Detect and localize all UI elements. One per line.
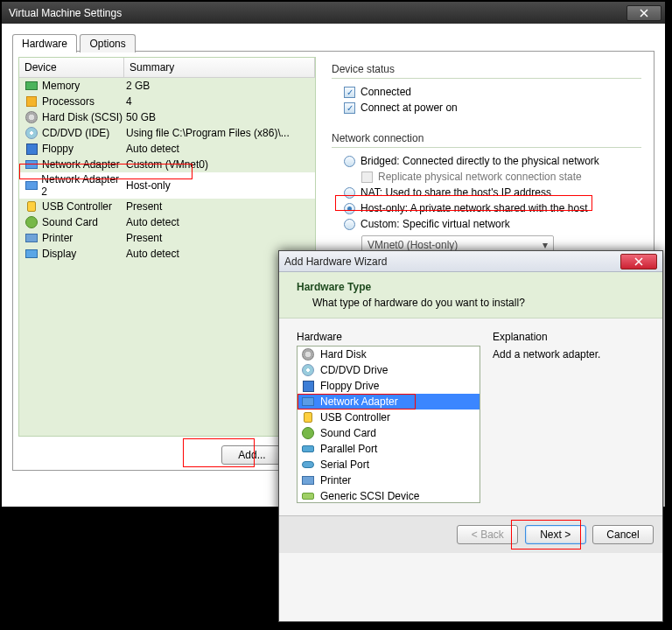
hardware-item-label: USB Controller <box>320 411 390 424</box>
radio-custom[interactable]: Custom: Specific virtual network <box>332 216 641 232</box>
device-summary: 4 <box>126 95 315 108</box>
hardware-item[interactable]: USB Controller <box>298 410 480 425</box>
cpu-icon <box>24 94 38 108</box>
radio-selected-icon <box>344 203 355 214</box>
hardware-item-label: Sound Card <box>320 427 376 439</box>
cancel-button[interactable]: Cancel <box>592 525 654 544</box>
close-button[interactable] <box>626 5 662 21</box>
wizard-left: Hardware Hard DiskCD/DVD DriveFloppy Dri… <box>297 331 480 503</box>
disk-icon <box>24 110 38 124</box>
hardware-item[interactable]: Sound Card <box>298 425 480 441</box>
wizard-body: Hardware Hard DiskCD/DVD DriveFloppy Dri… <box>279 318 662 515</box>
hardware-item-label: Hard Disk <box>320 348 367 360</box>
radio-host-only[interactable]: Host-only: A private network shared with… <box>332 200 641 216</box>
wizard-close-button[interactable] <box>620 254 657 270</box>
device-summary: Present <box>126 232 315 244</box>
connect-power-on-checkbox-row[interactable]: ✓ Connect at power on <box>332 100 641 116</box>
hardware-item[interactable]: Serial Port <box>298 457 480 472</box>
device-row[interactable]: Network Adapter 2Host-only <box>19 172 315 199</box>
wizard-header-sub: What type of hardware do you want to ins… <box>297 293 645 309</box>
checkbox-checked-icon: ✓ <box>344 102 355 114</box>
mem-icon <box>24 79 38 93</box>
device-name: Hard Disk (SCSI) <box>42 111 122 123</box>
hardware-item[interactable]: Generic SCSI Device <box>298 488 480 503</box>
net-icon <box>301 395 315 409</box>
hardware-item[interactable]: Printer <box>298 472 480 488</box>
hardware-item[interactable]: Network Adapter <box>298 394 480 410</box>
connected-label: Connected <box>360 86 411 98</box>
disp-icon <box>24 247 38 261</box>
device-row[interactable]: USB ControllerPresent <box>19 199 315 214</box>
device-name: Sound Card <box>42 216 98 228</box>
close-icon <box>640 9 648 18</box>
hardware-item-label: Floppy Drive <box>320 380 379 392</box>
cd-icon <box>24 126 38 140</box>
group-device-status: Device status <box>332 60 641 78</box>
replicate-checkbox-row: ✓ Replicate physical network connection … <box>332 169 641 185</box>
radio-icon <box>344 187 355 199</box>
connected-checkbox-row[interactable]: ✓ Connected <box>332 84 641 100</box>
net-icon <box>24 158 38 172</box>
device-row[interactable]: Memory2 GB <box>19 78 315 94</box>
dropdown-value: VMnet0 (Host-only) <box>368 239 458 251</box>
device-summary: 50 GB <box>126 111 315 123</box>
prn-icon <box>24 231 38 245</box>
chevron-down-icon: ▾ <box>542 239 548 251</box>
device-row[interactable]: Hard Disk (SCSI)50 GB <box>19 109 315 125</box>
bridged-label: Bridged: Connected directly to the physi… <box>360 155 599 167</box>
col-device[interactable]: Device <box>19 58 124 77</box>
device-summary: 2 GB <box>126 80 315 92</box>
hardware-item-label: Parallel Port <box>320 443 377 455</box>
divider <box>332 78 641 79</box>
col-summary[interactable]: Summary <box>124 58 315 77</box>
device-row[interactable]: Network AdapterCustom (VMnet0) <box>19 157 315 172</box>
device-name: Floppy <box>42 143 74 155</box>
hardware-item[interactable]: Hard Disk <box>298 346 480 362</box>
left-pane: Device Summary Memory2 GBProcessors4Hard… <box>18 57 316 465</box>
add-hardware-wizard-window: Add Hardware Wizard Hardware Type What t… <box>278 250 663 622</box>
hardware-list[interactable]: Hard DiskCD/DVD DriveFloppy DriveNetwork… <box>297 346 480 503</box>
divider <box>332 147 641 148</box>
floppy-icon <box>301 379 315 393</box>
device-name: Memory <box>42 80 80 92</box>
cd-icon <box>301 363 315 377</box>
snd-icon <box>301 426 315 440</box>
device-summary: Custom (VMnet0) <box>126 158 315 171</box>
prn-icon <box>301 473 315 487</box>
explanation-text: Add a network adapter. <box>493 348 645 360</box>
device-summary: Auto detect <box>126 143 315 155</box>
device-summary: Auto detect <box>126 216 315 228</box>
window-title: Virtual Machine Settings <box>5 7 626 19</box>
usb-icon <box>24 200 38 214</box>
tab-hardware[interactable]: Hardware <box>12 34 77 52</box>
tabs: Hardware Options <box>12 34 654 52</box>
device-row[interactable]: FloppyAuto detect <box>19 141 315 157</box>
device-row[interactable]: Processors4 <box>19 94 315 109</box>
hardware-item[interactable]: CD/DVD Drive <box>298 362 480 378</box>
radio-nat[interactable]: NAT: Used to share the host's IP address <box>332 185 641 200</box>
nat-label: NAT: Used to share the host's IP address <box>360 186 551 199</box>
scsi-icon <box>301 489 315 503</box>
next-button[interactable]: Next > <box>525 525 586 544</box>
replicate-label: Replicate physical network connection st… <box>378 171 582 183</box>
device-name: Printer <box>42 232 73 244</box>
hardware-item[interactable]: Floppy Drive <box>298 378 480 394</box>
snd-icon <box>24 215 38 229</box>
device-row[interactable]: DisplayAuto detect <box>19 246 315 262</box>
par-icon <box>301 442 315 456</box>
back-button: < Back <box>457 525 518 544</box>
radio-bridged[interactable]: Bridged: Connected directly to the physi… <box>332 153 641 169</box>
device-row[interactable]: CD/DVD (IDE)Using file C:\Program Files … <box>19 125 315 141</box>
add-button[interactable]: Add... <box>221 445 283 465</box>
device-row[interactable]: Sound CardAuto detect <box>19 214 315 230</box>
explanation-label: Explanation <box>493 331 645 348</box>
wizard-header: Hardware Type What type of hardware do y… <box>279 272 662 318</box>
custom-label: Custom: Specific virtual network <box>360 218 510 230</box>
ser-icon <box>301 458 315 472</box>
tab-options[interactable]: Options <box>80 34 135 52</box>
device-summary: Using file C:\Program Files (x86)\... <box>126 127 315 139</box>
hardware-label: Hardware <box>297 331 480 346</box>
device-row[interactable]: PrinterPresent <box>19 230 315 246</box>
hardware-item[interactable]: Parallel Port <box>298 441 480 457</box>
device-name: USB Controller <box>42 200 112 213</box>
